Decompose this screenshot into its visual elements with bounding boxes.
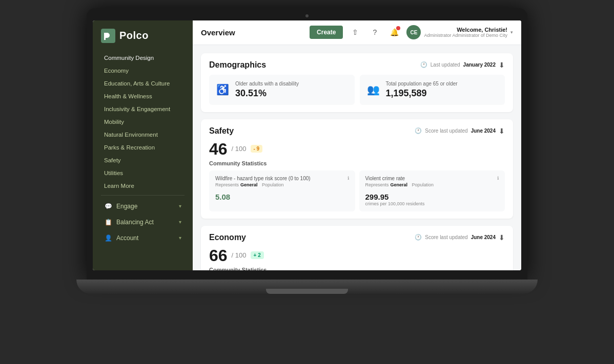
economy-score-badge: + 2 [251,251,264,259]
sidebar-nav: Community Design Economy Education, Arts… [93,49,193,270]
create-button[interactable]: Create [310,26,343,39]
economy-score-of: / 100 [232,251,247,259]
demo-value-population: 1,195,589 [386,88,458,99]
sidebar-item-mobility[interactable]: Mobility [96,116,190,128]
safety-score-row: 46 / 100 - 9 [209,141,505,157]
share-icon: ⇧ [352,28,358,36]
safety-score-badge: - 9 [251,145,263,153]
safety-meta: 🕐 Score last updated June 2024 ⬇ [415,127,505,135]
sidebar-item-economy[interactable]: Economy [96,65,190,77]
engage-icon: 💬 [104,202,112,210]
download-icon-economy[interactable]: ⬇ [499,233,505,242]
sidebar-divider [101,195,185,196]
sidebar-item-inclusivity[interactable]: Inclusivity & Engagement [96,103,190,115]
laptop-wrapper: Polco Community Design Economy Education… [51,8,563,356]
download-icon-safety[interactable]: ⬇ [499,127,505,135]
safety-score: 46 [209,141,228,157]
chevron-down-icon-2: ▾ [179,219,181,225]
info-icon-crime[interactable]: ℹ [497,176,499,181]
sidebar-item-education[interactable]: Education, Arts & Culture [96,77,190,90]
demo-stat-population-content: Total population age 65 or older 1,195,5… [386,81,458,99]
sidebar-item-community-design[interactable]: Community Design [96,52,190,64]
sidebar-item-learn-more[interactable]: Learn More [96,180,190,192]
laptop-screen: Polco Community Design Economy Education… [93,20,521,270]
demographics-grid: ♿ Older adults with a disability 30.51% … [209,75,505,105]
safety-score-of: / 100 [232,145,247,153]
help-button[interactable]: ? [367,25,382,39]
avatar: CE [406,25,421,39]
stat-violent-crime: Violent crime rate Represents General Po… [359,170,505,211]
clock-icon-safety: 🕐 [415,127,422,134]
safety-score-label: Score last updated [425,128,467,134]
sidebar-item-natural-environment[interactable]: Natural Environment [96,129,190,141]
laptop-base [76,280,538,294]
sidebar: Polco Community Design Economy Education… [93,20,193,270]
economy-score-row: 66 / 100 + 2 [209,247,505,264]
demo-label-disability: Older adults with a disability [235,81,299,87]
page-title: Overview [201,28,235,37]
sidebar-account-section[interactable]: 👤 Account ▾ [96,230,190,246]
account-label: Account [116,234,138,242]
share-button[interactable]: ⇧ [348,25,362,39]
sidebar-engage-section[interactable]: 💬 Engage ▾ [96,199,190,214]
notifications-button[interactable]: 🔔 [387,25,401,39]
sidebar-logo: Polco [93,20,193,49]
chevron-down-icon-3: ▾ [179,235,181,241]
clock-icon: 🕐 [420,61,427,68]
violent-crime-represents-bold: General [391,182,408,187]
wildfire-value: 5.08 [215,192,349,201]
app-name: Polco [119,30,149,41]
header: Overview Create ⇧ ? 🔔 [193,20,521,45]
sidebar-balancing-act-section[interactable]: 📋 Balancing Act ▾ [96,215,190,230]
population-icon: 👥 [367,83,380,96]
safety-card: Safety 🕐 Score last updated June 2024 ⬇ … [201,119,513,219]
sidebar-item-safety[interactable]: Safety [96,154,190,166]
sidebar-item-utilities[interactable]: Utilities [96,167,190,179]
chevron-down-icon: ▾ [179,203,181,209]
demo-value-disability: 30.51% [235,88,299,99]
economy-title: Economy [209,233,246,242]
balancing-act-label: Balancing Act [116,219,154,226]
sidebar-item-parks[interactable]: Parks & Recreation [96,141,190,154]
economy-card-header: Economy 🕐 Score last updated June 2024 ⬇ [209,233,505,242]
safety-title: Safety [209,126,234,136]
demo-stat-population: 👥 Total population age 65 or older 1,195… [360,75,505,105]
stat-wildfire-header: Wildfire - hazard type risk score (0 to … [215,176,349,190]
violent-crime-value: 299.95 [365,192,499,201]
download-icon[interactable]: ⬇ [499,61,505,69]
wildfire-label: Wildfire - hazard type risk score (0 to … [215,176,311,181]
violent-crime-represents: Represents General Population [365,182,434,187]
clock-icon-economy: 🕐 [415,234,422,241]
welcome-text: Welcome, Christie! Administrator Adminis… [424,27,507,38]
economy-card: Economy 🕐 Score last updated June 2024 ⬇… [201,226,513,270]
demo-stat-disability: ♿ Older adults with a disability 30.51% [209,75,355,105]
safety-stats-grid: Wildfire - hazard type risk score (0 to … [209,170,505,211]
laptop-screen-outer: Polco Community Design Economy Education… [87,8,527,280]
safety-card-header: Safety 🕐 Score last updated June 2024 ⬇ [209,126,505,136]
balancing-act-icon: 📋 [104,218,112,226]
demographics-title: Demographics [209,60,266,70]
economy-meta: 🕐 Score last updated June 2024 ⬇ [415,233,505,242]
header-actions: Create ⇧ ? 🔔 CE [310,25,513,39]
last-updated-date: January 2022 [463,62,496,68]
disability-icon: ♿ [216,83,229,96]
economy-score-label: Score last updated [425,234,467,240]
help-icon: ? [373,28,377,36]
content-body: Demographics 🕐 Last updated January 2022… [193,45,521,270]
welcome-name: Welcome, Christie! [424,27,507,33]
demo-label-population: Total population age 65 or older [386,81,458,87]
info-icon-wildfire[interactable]: ℹ [347,176,349,181]
last-updated-label: Last updated [431,62,460,68]
polco-logo-icon [101,29,115,43]
stat-violent-crime-header-content: Violent crime rate Represents General Po… [365,176,434,190]
user-menu-button[interactable]: CE Welcome, Christie! Administrator Admi… [406,25,513,39]
notification-badge [396,26,400,30]
stat-violent-crime-header: Violent crime rate Represents General Po… [365,176,499,190]
wildfire-represents: Represents General Population [215,182,311,187]
user-role: Administrator Administrator of Demo City [424,33,507,38]
demographics-card: Demographics 🕐 Last updated January 2022… [201,53,513,112]
economy-score: 66 [209,247,228,264]
stat-wildfire-header-content: Wildfire - hazard type risk score (0 to … [215,176,311,190]
svg-rect-1 [106,34,107,36]
sidebar-item-health[interactable]: Health & Wellness [96,90,190,102]
